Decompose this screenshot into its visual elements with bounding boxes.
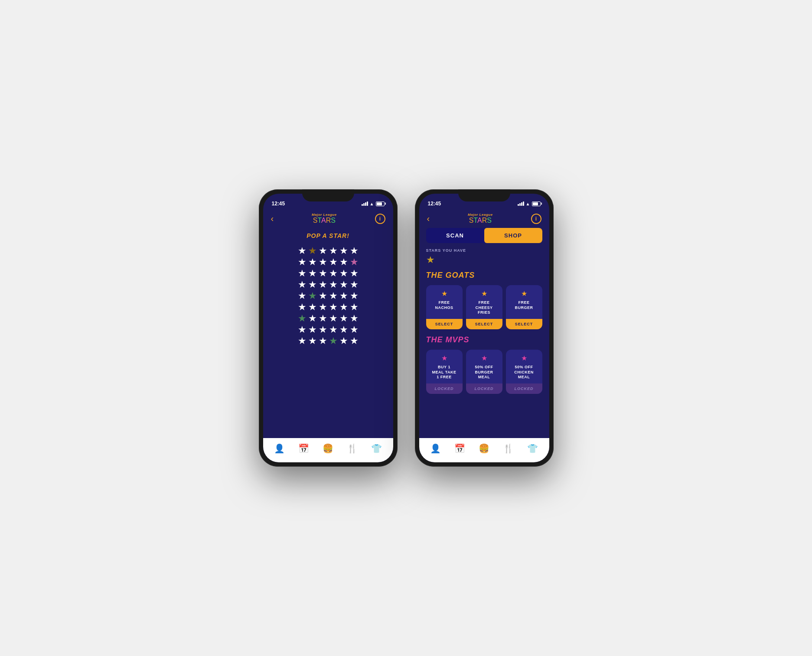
nav-calendar-right[interactable]: 📅 xyxy=(454,443,465,454)
star-4-1[interactable]: ★ xyxy=(298,280,307,289)
reward-name-nachos: FREENACHOS xyxy=(435,300,453,310)
stars-row-5: ★ ★ ★ ★ ★ ★ xyxy=(298,291,359,301)
app-header-left: ‹ Major League STARS i xyxy=(263,211,393,228)
star-6-5[interactable]: ★ xyxy=(339,302,348,312)
reward-card-burger: ★ FREEBURGER SELECT xyxy=(506,285,542,329)
star-1-3[interactable]: ★ xyxy=(319,246,327,256)
tab-scan[interactable]: SCAN xyxy=(426,228,484,243)
tab-bar: SCAN SHOP xyxy=(426,228,542,243)
star-1-6[interactable]: ★ xyxy=(350,246,359,256)
info-button-left[interactable]: i xyxy=(375,214,385,224)
star-2-6[interactable]: ★ xyxy=(350,257,359,267)
star-5-2[interactable]: ★ xyxy=(308,291,317,301)
nav-shirt-left[interactable]: 👕 xyxy=(371,443,382,454)
nav-person-left[interactable]: 👤 xyxy=(274,443,285,454)
star-2-1[interactable]: ★ xyxy=(298,257,307,267)
select-fries-btn[interactable]: SELECT xyxy=(466,319,502,329)
back-button-left[interactable]: ‹ xyxy=(271,214,274,224)
star-4-4[interactable]: ★ xyxy=(329,280,338,289)
star-2-2[interactable]: ★ xyxy=(308,257,317,267)
star-1-2[interactable]: ★ xyxy=(308,246,317,256)
star-8-1[interactable]: ★ xyxy=(298,325,307,334)
star-2-4[interactable]: ★ xyxy=(329,257,338,267)
info-button-right[interactable]: i xyxy=(531,214,541,224)
nav-utensils-right[interactable]: 🍴 xyxy=(503,443,514,454)
star-9-1[interactable]: ★ xyxy=(298,336,307,346)
star-9-6[interactable]: ★ xyxy=(350,336,359,346)
logo-s2-r: S xyxy=(487,217,492,224)
back-button-right[interactable]: ‹ xyxy=(427,214,430,224)
stars-grid-container: POP A STAR! ★ ★ ★ ★ ★ ★ ★ xyxy=(263,228,393,438)
star-5-6[interactable]: ★ xyxy=(350,291,359,301)
logo-stars-left: STARS xyxy=(312,217,337,224)
star-7-1[interactable]: ★ xyxy=(298,314,307,323)
battery-icon-right xyxy=(532,201,541,206)
stars-row-6: ★ ★ ★ ★ ★ ★ xyxy=(298,302,359,312)
star-5-1[interactable]: ★ xyxy=(298,291,307,301)
stars-row-4: ★ ★ ★ ★ ★ ★ xyxy=(298,280,359,289)
star-3-5[interactable]: ★ xyxy=(339,269,348,278)
star-2-3[interactable]: ★ xyxy=(319,257,327,267)
section-mvps-title: THE MVPS xyxy=(426,335,542,344)
stars-row-7: ★ ★ ★ ★ ★ ★ xyxy=(298,314,359,323)
star-3-2[interactable]: ★ xyxy=(308,269,317,278)
select-burger-btn[interactable]: SELECT xyxy=(506,319,542,329)
star-7-3[interactable]: ★ xyxy=(319,314,327,323)
star-3-1[interactable]: ★ xyxy=(298,269,307,278)
star-9-2[interactable]: ★ xyxy=(308,336,317,346)
star-7-5[interactable]: ★ xyxy=(339,314,348,323)
star-6-3[interactable]: ★ xyxy=(319,302,327,312)
nav-shirt-right[interactable]: 👕 xyxy=(527,443,538,454)
goat-rewards-row: ★ FREENACHOS SELECT ★ FREE CHEESYFRIES S xyxy=(426,285,542,329)
star-1-4[interactable]: ★ xyxy=(329,246,338,256)
star-7-4[interactable]: ★ xyxy=(329,314,338,323)
star-1-1[interactable]: ★ xyxy=(298,246,307,256)
star-3-4[interactable]: ★ xyxy=(329,269,338,278)
star-5-4[interactable]: ★ xyxy=(329,291,338,301)
locked-50burger-btn: LOCKED xyxy=(466,383,502,394)
star-6-4[interactable]: ★ xyxy=(329,302,338,312)
star-9-3[interactable]: ★ xyxy=(319,336,327,346)
star-4-6[interactable]: ★ xyxy=(350,280,359,289)
star-8-5[interactable]: ★ xyxy=(339,325,348,334)
star-3-6[interactable]: ★ xyxy=(350,269,359,278)
stars-grid: ★ ★ ★ ★ ★ ★ ★ ★ ★ ★ ★ xyxy=(270,246,386,346)
utensils-icon-right: 🍴 xyxy=(503,443,514,454)
logo-stars-right: STARS xyxy=(468,217,493,224)
nav-calendar-left[interactable]: 📅 xyxy=(298,443,309,454)
tab-shop[interactable]: SHOP xyxy=(484,228,542,243)
star-7-2[interactable]: ★ xyxy=(308,314,317,323)
header-logo-left: Major League STARS xyxy=(312,213,337,224)
star-8-6[interactable]: ★ xyxy=(350,325,359,334)
star-3-3[interactable]: ★ xyxy=(319,269,327,278)
nav-burger-right[interactable]: 🍔 xyxy=(479,443,489,454)
star-4-5[interactable]: ★ xyxy=(339,280,348,289)
select-nachos-btn[interactable]: SELECT xyxy=(426,319,463,329)
nav-burger-left[interactable]: 🍔 xyxy=(323,443,333,454)
star-6-2[interactable]: ★ xyxy=(308,302,317,312)
wifi-icon-right: ▲ xyxy=(526,201,530,206)
battery-fill-left xyxy=(377,202,382,205)
star-8-4[interactable]: ★ xyxy=(329,325,338,334)
pop-star-title: POP A STAR! xyxy=(307,232,349,239)
stars-row-9: ★ ★ ★ ★ ★ ★ xyxy=(298,336,359,346)
star-6-6[interactable]: ★ xyxy=(350,302,359,312)
nav-person-right[interactable]: 👤 xyxy=(430,443,441,454)
star-8-3[interactable]: ★ xyxy=(319,325,327,334)
star-4-2[interactable]: ★ xyxy=(308,280,317,289)
star-4-3[interactable]: ★ xyxy=(319,280,327,289)
star-9-4[interactable]: ★ xyxy=(329,336,338,346)
nav-utensils-left[interactable]: 🍴 xyxy=(347,443,358,454)
mvp-rewards-row: ★ BUY 1MEAL TAKE1 FREE LOCKED ★ 50% OFFB… xyxy=(426,350,542,394)
stars-you-have: STARS YOU HAVE ★ xyxy=(426,248,542,266)
star-5-3[interactable]: ★ xyxy=(319,291,327,301)
reward-name-fries: FREE CHEESYFRIES xyxy=(470,300,499,315)
star-2-5[interactable]: ★ xyxy=(339,257,348,267)
star-8-2[interactable]: ★ xyxy=(308,325,317,334)
status-icons-right: ▲ xyxy=(518,201,541,206)
star-6-1[interactable]: ★ xyxy=(298,302,307,312)
star-9-5[interactable]: ★ xyxy=(339,336,348,346)
star-5-5[interactable]: ★ xyxy=(339,291,348,301)
star-7-6[interactable]: ★ xyxy=(350,314,359,323)
star-1-5[interactable]: ★ xyxy=(339,246,348,256)
